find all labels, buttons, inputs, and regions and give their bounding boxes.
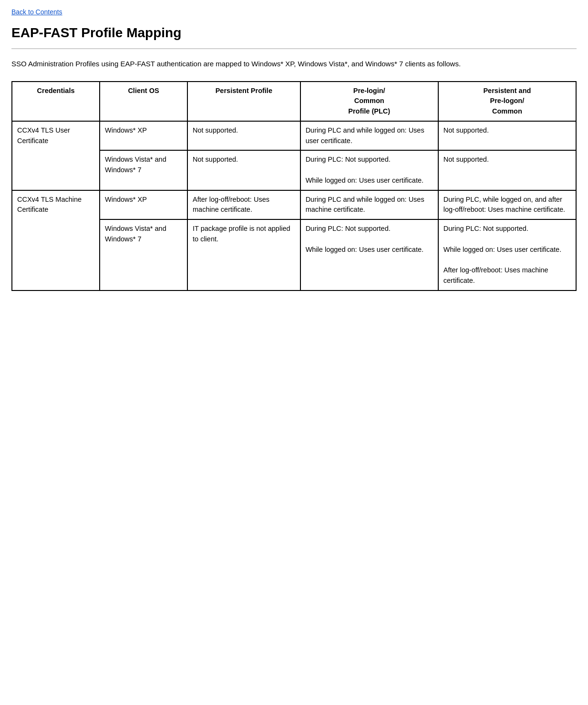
cell-persistent-profile-2: After log-off/reboot: Uses machine certi… [187, 190, 300, 220]
cell-persistent-pre-logon-0: Not supported. [438, 121, 576, 151]
cell-os-0: Windows* XP [100, 121, 187, 151]
back-to-contents-link[interactable]: Back to Contents [11, 8, 62, 16]
table-row: CCXv4 TLS User CertificateWindows* XPNot… [12, 121, 576, 151]
table-header-row: Credentials Client OS Persistent Profile… [12, 82, 576, 121]
cell-pre-login-2: During PLC and while logged on: Uses mac… [300, 190, 438, 220]
cell-persistent-pre-logon-3: During PLC: Not supported.While logged o… [438, 219, 576, 290]
cell-persistent-pre-logon-2: During PLC, while logged on, and after l… [438, 190, 576, 220]
header-client-os: Client OS [100, 82, 187, 121]
cell-persistent-pre-logon-1: Not supported. [438, 150, 576, 190]
cell-credentials-0: CCXv4 TLS User Certificate [12, 121, 100, 190]
cell-credentials-2: CCXv4 TLS Machine Certificate [12, 190, 100, 290]
intro-paragraph: SSO Administration Profiles using EAP-FA… [11, 59, 577, 70]
cell-os-2: Windows* XP [100, 190, 187, 220]
profile-mapping-table: Credentials Client OS Persistent Profile… [11, 81, 577, 291]
header-persistent-profile: Persistent Profile [187, 82, 300, 121]
table-row: CCXv4 TLS Machine CertificateWindows* XP… [12, 190, 576, 220]
page-title: EAP-FAST Profile Mapping [11, 25, 577, 41]
cell-pre-login-3: During PLC: Not supported.While logged o… [300, 219, 438, 290]
cell-persistent-profile-3: IT package profile is not applied to cli… [187, 219, 300, 290]
cell-os-1: Windows Vista* and Windows* 7 [100, 150, 187, 190]
header-credentials: Credentials [12, 82, 100, 121]
section-divider [11, 48, 577, 49]
cell-pre-login-1: During PLC: Not supported.While logged o… [300, 150, 438, 190]
cell-persistent-profile-1: Not supported. [187, 150, 300, 190]
cell-pre-login-0: During PLC and while logged on: Uses use… [300, 121, 438, 151]
header-persistent-pre-logon: Persistent andPre-logon/Common [438, 82, 576, 121]
cell-os-3: Windows Vista* and Windows* 7 [100, 219, 187, 290]
header-pre-login: Pre-login/CommonProfile (PLC) [300, 82, 438, 121]
cell-persistent-profile-0: Not supported. [187, 121, 300, 151]
